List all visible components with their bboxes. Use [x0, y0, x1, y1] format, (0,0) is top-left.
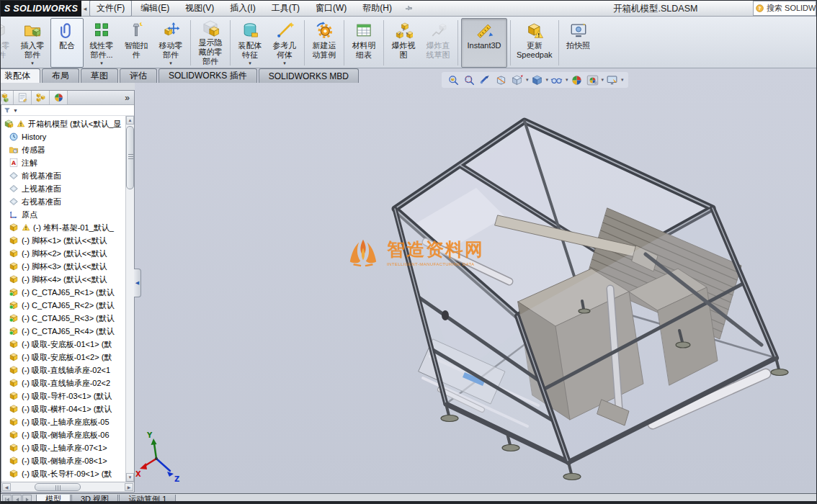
help-icon: ?	[755, 4, 764, 13]
tree-item[interactable]: (-) 脚杯<4> (默认<<默认	[1, 273, 127, 286]
dropdown-arrow-icon[interactable]: ▾	[31, 60, 34, 66]
tab-assembly[interactable]: 装配体	[0, 68, 40, 83]
menu-item-file[interactable]: 文件(F)	[89, 0, 132, 17]
tree-item[interactable]: (-) 脚杯<3> (默认<<默认	[1, 260, 127, 273]
instant3d-button[interactable]: Instant3D	[461, 18, 507, 68]
tree-item[interactable]: (-) 吸取-安底板-01<2> (默	[1, 351, 127, 364]
search-input[interactable]: ? 搜索 SOLIDWO	[753, 1, 816, 16]
property-manager-tab[interactable]	[14, 91, 32, 104]
menu-item-tools[interactable]: 工具(T)	[264, 0, 307, 17]
menu-collapse-icon[interactable]: ◂	[81, 5, 89, 12]
dropdown-arrow-icon[interactable]: ▾	[526, 77, 529, 83]
tree-item[interactable]: (-) 脚杯<1> (默认<<默认	[1, 234, 127, 247]
manager-tabs-overflow[interactable]: »	[125, 93, 134, 103]
update-speedpak-button[interactable]: 更新 Speedpak	[514, 18, 555, 68]
scrollbar-thumb[interactable]	[126, 126, 134, 189]
tree-item[interactable]: (-) 吸取-上轴承座底板-05	[1, 415, 127, 428]
insert-components-icon	[23, 19, 42, 41]
panel-collapse-handle[interactable]: ◀	[134, 269, 141, 297]
tree-item[interactable]: 传感器	[1, 143, 127, 156]
move-component-button[interactable]: 移动零 部件▾	[154, 18, 187, 68]
tab-sketch[interactable]: 草图	[81, 68, 118, 83]
view-orientation-icon[interactable]	[509, 73, 524, 87]
3d-viewport[interactable]: Y X Z 智造资料网 INTELLIGENT-MANUFACTURING DA…	[135, 68, 817, 493]
menu-item-view[interactable]: 视图(V)	[178, 0, 221, 17]
scroll-up-arrow[interactable]: ▲	[126, 116, 134, 125]
show-hidden-components-button[interactable]: 显示隐 藏的零 部件	[194, 18, 227, 68]
dropdown-arrow-icon[interactable]: ▾	[602, 77, 604, 83]
tree-item[interactable]: (-) 吸取-侧轴承座-08<1>	[1, 454, 127, 467]
part-icon	[9, 378, 20, 389]
tab-evaluate[interactable]: 评估	[120, 68, 157, 83]
tab-layout[interactable]: 布局	[42, 68, 79, 83]
linear-component-pattern-button[interactable]: 线性零 部件...▾	[85, 18, 118, 68]
insert-components-button[interactable]: 插入零 部件▾	[16, 18, 49, 68]
dropdown-arrow-icon[interactable]: ▾	[169, 60, 172, 66]
tree-item[interactable]: 上视基准面	[1, 182, 127, 195]
explode-line-sketch-button[interactable]: 爆炸直 线草图	[421, 18, 455, 68]
scroll-down-arrow[interactable]: ▼	[126, 473, 134, 482]
previous-view-icon[interactable]	[478, 73, 493, 87]
zoom-to-area-icon[interactable]	[462, 73, 477, 87]
smart-fasteners-button[interactable]: 智能扣 件	[120, 18, 153, 68]
chevron-down-icon[interactable]: ▼	[13, 108, 18, 113]
feature-manager-tab[interactable]	[0, 91, 14, 104]
tree-item[interactable]: (-) 吸取-直线轴承座-02<2	[1, 377, 127, 390]
tab-solidworks-mbd[interactable]: SOLIDWORKS MBD	[259, 68, 359, 83]
exploded-view-button[interactable]: 爆炸视 图	[387, 18, 420, 68]
hide-show-items-icon[interactable]	[549, 73, 564, 87]
pin-icon[interactable]	[404, 4, 414, 13]
apply-scene-icon[interactable]	[585, 73, 600, 87]
menu-item-edit[interactable]: 编辑(E)	[133, 0, 177, 17]
dropdown-arrow-icon[interactable]: ▾	[546, 77, 549, 83]
tree-item[interactable]: History	[1, 130, 127, 143]
tree-item[interactable]: (-) 吸取-上轴承座-07<1>	[1, 441, 127, 454]
display-manager-tab[interactable]	[50, 91, 68, 104]
menu-item-insert[interactable]: 插入(I)	[223, 0, 262, 17]
scrollbar-thumb[interactable]	[35, 483, 81, 491]
tree-item[interactable]: (-) C_CTAJ65_R<3> (默认	[1, 312, 127, 325]
zoom-to-fit-icon[interactable]	[446, 73, 461, 87]
tree-item[interactable]: 前视基准面	[1, 169, 127, 182]
tree-item[interactable]: 右视基准面	[1, 195, 127, 208]
tree-item[interactable]: A注解	[1, 156, 127, 169]
view-settings-icon[interactable]	[604, 73, 620, 87]
tree-item[interactable]: (-) 吸取-长导杆-09<1> (默	[1, 467, 127, 480]
tree-item[interactable]: (-) 吸取-侧轴承座底板-06	[1, 428, 127, 441]
scroll-right-arrow[interactable]: ▶	[125, 483, 133, 491]
tree-item[interactable]: (-) 吸取-安底板-01<1> (默	[1, 338, 127, 351]
section-view-icon[interactable]	[494, 73, 509, 87]
tree-vertical-scrollbar[interactable]: ▲ ▼	[125, 116, 134, 482]
tree-filter-row[interactable]: ▼	[1, 105, 134, 116]
scroll-left-arrow[interactable]: ◀	[2, 483, 11, 491]
tree-item[interactable]: (-) 吸取-横杆-04<1> (默认	[1, 402, 127, 415]
configuration-manager-tab[interactable]	[32, 91, 50, 104]
tree-item[interactable]: 开箱机模型 (默认<默认_显	[1, 117, 127, 130]
tree-item[interactable]: (-) 吸取-导杆-03<1> (默认	[1, 390, 127, 402]
dropdown-arrow-icon[interactable]: ▾	[249, 60, 251, 66]
tree-item[interactable]: (-) C_CTAJ65_R<1> (默认	[1, 286, 127, 299]
bill-of-materials-button[interactable]: 材料明 细表	[347, 18, 380, 68]
dropdown-arrow-icon[interactable]: ▾	[100, 60, 103, 66]
tree-item[interactable]: (-) 吸取-直线轴承座-02<1	[1, 364, 127, 377]
menu-item-window[interactable]: 窗口(W)	[308, 0, 354, 17]
dropdown-arrow-icon[interactable]: ▾	[283, 60, 286, 66]
tree-item[interactable]: (-) 脚杯<2> (默认<<默认	[1, 247, 127, 260]
new-motion-study-button[interactable]: 新建运 动算例	[308, 18, 341, 68]
tab-solidworks-add-ins[interactable]: SOLIDWORKS 插件	[159, 68, 257, 83]
mate-button[interactable]: 配合	[50, 18, 84, 68]
dropdown-arrow-icon[interactable]: ▾	[621, 77, 624, 83]
display-style-icon[interactable]	[530, 73, 545, 87]
edit-component-button[interactable]: 编辑零 部件	[1, 18, 14, 68]
tree-item[interactable]: (-) 堆料-基架-01_默认_	[1, 221, 127, 234]
take-snapshot-button[interactable]: 拍快照	[562, 18, 595, 68]
tree-item[interactable]: (-) C_CTAJ65_R<4> (默认	[1, 325, 127, 338]
tree-item[interactable]: (-) C_CTAJ65_R<2> (默认	[1, 299, 127, 312]
tree-item[interactable]: 原点	[1, 208, 127, 221]
assembly-features-button[interactable]: 装配体 特征▾	[233, 18, 267, 68]
reference-geometry-button[interactable]: 参考几 何体▾	[268, 18, 301, 68]
edit-appearance-icon[interactable]	[569, 73, 584, 87]
menu-item-help[interactable]: 帮助(H)	[355, 0, 399, 17]
tree-horizontal-scrollbar[interactable]: ◀ ▶	[1, 482, 134, 492]
dropdown-arrow-icon[interactable]: ▾	[566, 77, 568, 83]
